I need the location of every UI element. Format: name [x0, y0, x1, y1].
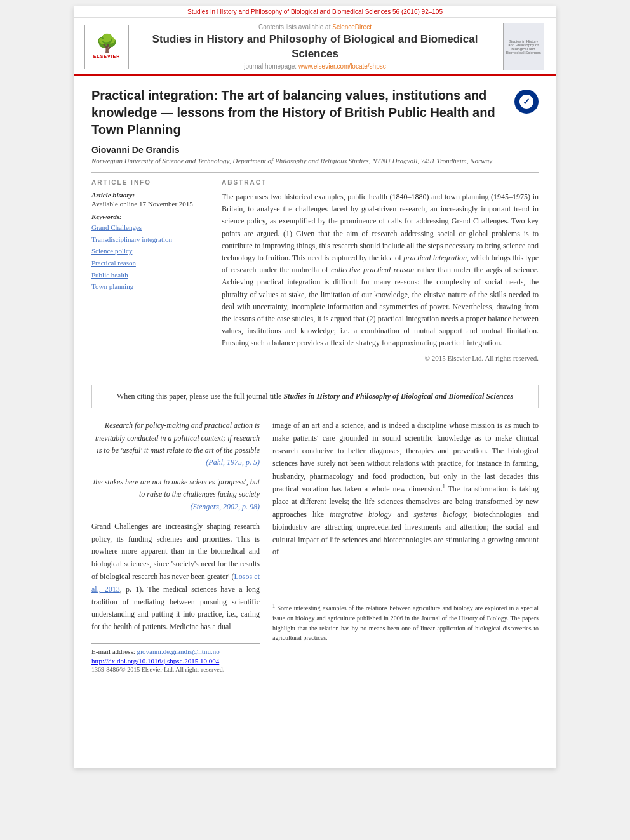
journal-header-center: Contents lists available at ScienceDirec… [132, 23, 498, 69]
available-online-text: Available online 17 November 2015 [91, 200, 209, 208]
journal-cover-image: Studies in History and Philosophy of Bio… [503, 23, 544, 70]
journal-homepage: journal homepage: www.elsevier.com/locat… [138, 63, 492, 70]
email-label: E-mail address: [91, 648, 135, 655]
doi-line[interactable]: http://dx.doi.org/10.1016/j.shpsc.2015.1… [91, 657, 260, 665]
pull-quote-2: the stakes here are not to make sciences… [91, 476, 260, 513]
article-info-column: ARTICLE INFO Article history: Available … [91, 179, 209, 362]
footnote-divider [272, 597, 311, 597]
article-title-row: Practical integration: The art of balanc… [91, 87, 539, 138]
pull-quote-1-ref[interactable]: (Pahl, 1975, p. 5) [206, 458, 260, 467]
keyword-practical-reason[interactable]: Practical reason [91, 257, 209, 269]
journal-citation: Studies in History and Philosophy of Bio… [74, 6, 556, 18]
losos-ref[interactable]: Losos et al., 2013 [91, 572, 260, 594]
article-history-label: Article history: [91, 191, 209, 199]
article-page: Studies in History and Philosophy of Bio… [74, 6, 556, 768]
elsevier-tree-icon: 🌳 [96, 35, 118, 53]
footnote-ref-1[interactable]: 1 [443, 484, 445, 490]
footnote-1-text: 1 Some interesting examples of the relat… [272, 603, 539, 643]
elsevier-logo-area: 🌳 ELSEVIER [81, 25, 132, 69]
keywords-label: Keywords: [91, 213, 209, 220]
crossmark-badge[interactable]: ✓ [514, 90, 539, 114]
author-name: Giovanni De Grandis [91, 145, 539, 155]
article-title-text: Practical integration: The art of balanc… [91, 87, 514, 138]
body-paragraph-1-left: Grand Challenges are increasingly shapin… [91, 521, 260, 634]
body-right-column: image of an art and a science, and is in… [272, 420, 539, 672]
copyright-text: © 2015 Elsevier Ltd. All rights reserved… [222, 354, 539, 362]
journal-header: 🌳 ELSEVIER Contents lists available at S… [74, 18, 556, 76]
elsevier-logo-box: 🌳 ELSEVIER [84, 25, 129, 69]
elsevier-brand-text: ELSEVIER [93, 54, 121, 58]
keyword-transdisciplinary[interactable]: Transdisciplinary integration [91, 234, 209, 246]
issn-line: 1369-8486/© 2015 Elsevier Ltd. All right… [91, 666, 260, 673]
keyword-town-planning[interactable]: Town planning [91, 281, 209, 293]
crossmark-icon: ✓ [519, 95, 533, 109]
email-link[interactable]: giovanni.de.grandis@ntnu.no [137, 648, 219, 655]
title-divider [91, 172, 539, 173]
article-info-heading: ARTICLE INFO [91, 179, 209, 186]
author-affiliation: Norwegian University of Science and Tech… [91, 157, 539, 164]
article-main-content: Practical integration: The art of balanc… [74, 76, 556, 373]
abstract-text: The paper uses two historical examples, … [222, 191, 539, 349]
abstract-column: ABSTRACT The paper uses two historical e… [222, 179, 539, 362]
pull-quote-2-ref[interactable]: (Stengers, 2002, p. 98) [191, 502, 260, 511]
keyword-grand-challenges[interactable]: Grand Challenges [91, 222, 209, 234]
info-abstract-columns: ARTICLE INFO Article history: Available … [91, 179, 539, 362]
keywords-list: Grand Challenges Transdisciplinary integ… [91, 222, 209, 293]
journal-title-main: Studies in History and Philosophy of Bio… [138, 32, 492, 60]
citation-journal-name: Studies in History and Philosophy of Bio… [283, 392, 513, 401]
abstract-heading: ABSTRACT [222, 179, 539, 186]
keyword-science-policy[interactable]: Science policy [91, 245, 209, 257]
citation-text: Studies in History and Philosophy of Bio… [187, 8, 443, 15]
journal-cover-thumbnail: Studies in History and Philosophy of Bio… [498, 23, 549, 70]
footnote-number: 1 [272, 603, 275, 609]
body-right-text: image of an art and a science, and is in… [272, 420, 539, 559]
homepage-link[interactable]: www.elsevier.com/locate/shpsc [298, 63, 386, 70]
body-section: Research for policy-making and practical… [74, 420, 556, 672]
footnote-area-right: 1 Some interesting examples of the relat… [272, 597, 539, 643]
pull-quote-1: Research for policy-making and practical… [91, 420, 260, 469]
keyword-public-health[interactable]: Public health [91, 269, 209, 281]
body-left-column: Research for policy-making and practical… [91, 420, 260, 672]
sciencedirect-link: Contents lists available at ScienceDirec… [138, 23, 492, 30]
citation-box: When citing this paper, please use the f… [91, 385, 539, 408]
doi-link[interactable]: http://dx.doi.org/10.1016/j.shpsc.2015.1… [91, 657, 219, 665]
email-line: E-mail address: giovanni.de.grandis@ntnu… [91, 648, 260, 655]
footnote-section-left: E-mail address: giovanni.de.grandis@ntnu… [91, 643, 260, 673]
sciencedirect-anchor[interactable]: ScienceDirect [332, 23, 372, 30]
